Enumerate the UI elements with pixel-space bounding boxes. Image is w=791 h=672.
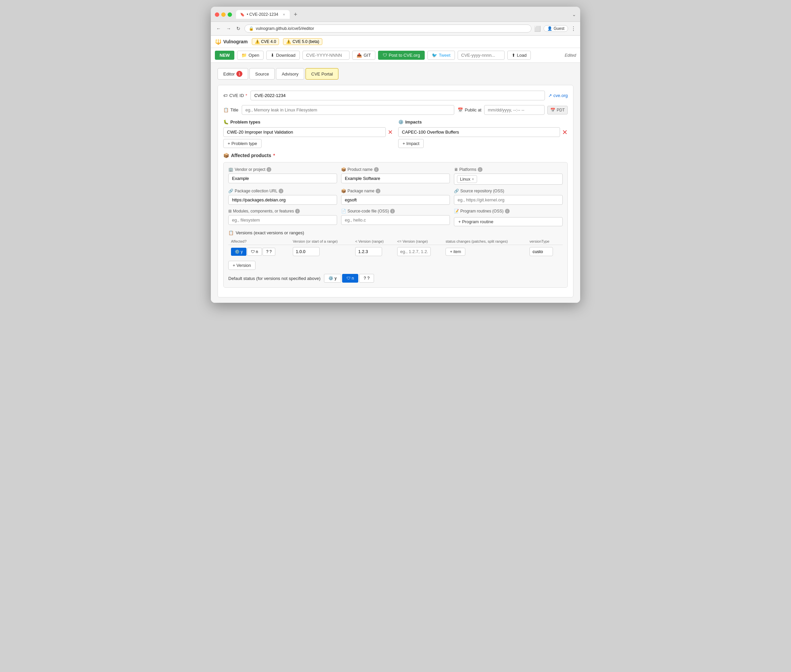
- tab-close-button[interactable]: ×: [282, 13, 286, 16]
- default-y-button[interactable]: ⚙️ y: [324, 274, 341, 283]
- tab-cve-portal[interactable]: CVE Portal: [306, 68, 338, 80]
- cve-org-link[interactable]: ↗ cve.org: [548, 93, 568, 98]
- platforms-field[interactable]: Linux ×: [454, 174, 563, 185]
- git-button[interactable]: 📤 GIT: [352, 51, 375, 60]
- default-q-button[interactable]: ? ?: [359, 274, 374, 283]
- cve-id-input[interactable]: [303, 51, 349, 60]
- pkg-collection-info-icon[interactable]: i: [279, 189, 283, 194]
- toggle-q-button[interactable]: ? ?: [263, 248, 275, 256]
- n-label: n: [256, 250, 258, 254]
- pkg-name-info-icon[interactable]: i: [376, 189, 380, 194]
- program-routines-label: 📝 Program routines (OSS) i: [454, 209, 563, 213]
- minimize-button[interactable]: [221, 13, 226, 17]
- tweet-label: Tweet: [439, 53, 451, 58]
- remove-problem-type-button[interactable]: ✕: [388, 129, 393, 135]
- close-button[interactable]: [215, 13, 219, 17]
- remove-linux-tag[interactable]: ×: [472, 177, 474, 182]
- product-icon: 📦: [341, 167, 346, 172]
- add-version-button[interactable]: + Version: [228, 261, 256, 270]
- problem-types-section: 🐛 Problem types ✕ + Problem type: [223, 120, 393, 148]
- default-q-label: ?: [367, 276, 370, 281]
- vendor-label: 🏢 Vendor or project i: [228, 167, 337, 172]
- modules-info-icon[interactable]: i: [295, 209, 300, 213]
- modules-input[interactable]: [228, 215, 337, 225]
- problem-type-input-row: ✕: [223, 127, 393, 137]
- user-menu[interactable]: 👤 Guest: [544, 25, 568, 32]
- default-y-icon: ⚙️: [328, 276, 333, 281]
- new-tab-button[interactable]: +: [291, 11, 300, 18]
- tab-editor[interactable]: Editor 1: [218, 68, 248, 80]
- problem-impacts-section: 🐛 Problem types ✕ + Problem type ⚙️ Impa…: [223, 120, 568, 148]
- modules-icon: ⊞: [228, 209, 232, 213]
- forward-button[interactable]: →: [225, 25, 232, 32]
- open-button[interactable]: 📁 Open: [237, 51, 264, 60]
- add-impact-button[interactable]: + Impact: [398, 139, 424, 148]
- platforms-icon: 🖥: [454, 167, 458, 172]
- platforms-info-icon[interactable]: i: [478, 167, 482, 172]
- title-input[interactable]: [242, 105, 454, 115]
- source-file-info-icon[interactable]: i: [390, 209, 395, 213]
- cve-id-label: 🏷 CVE ID *: [223, 93, 247, 98]
- versions-icon: 📋: [228, 230, 234, 235]
- external-link-icon: ↗: [548, 93, 552, 98]
- version-type-input[interactable]: [530, 247, 553, 256]
- version-lte-input[interactable]: [397, 247, 431, 256]
- download-button[interactable]: ⬇ Download: [266, 51, 300, 60]
- tab-advisory[interactable]: Advisory: [276, 68, 304, 80]
- tab-more-button[interactable]: ⌄: [572, 12, 576, 17]
- source-file-icon: 📄: [341, 209, 346, 213]
- pkg-name-input[interactable]: [341, 195, 450, 205]
- vendor-input[interactable]: [228, 174, 337, 183]
- program-routines-info-icon[interactable]: i: [505, 209, 510, 213]
- cast-icon[interactable]: ⬜: [534, 26, 541, 32]
- post-button[interactable]: 🛡 Post to CVE.org: [378, 51, 425, 60]
- reload-button[interactable]: ↻: [235, 25, 242, 32]
- add-item-button[interactable]: + item: [445, 248, 465, 256]
- product-input[interactable]: [341, 174, 450, 183]
- affected-products-title: 📦 Affected products *: [223, 153, 568, 158]
- toggle-n-button[interactable]: 🛡 n: [247, 248, 262, 256]
- load-id-input[interactable]: [458, 51, 504, 60]
- impact-input[interactable]: [398, 127, 560, 137]
- product-info-icon[interactable]: i: [374, 167, 379, 172]
- version-end-input[interactable]: [355, 247, 382, 256]
- load-button[interactable]: ⬆ Load: [507, 51, 531, 60]
- toggle-y-button[interactable]: ⚙️ y: [231, 248, 247, 256]
- remove-impact-button[interactable]: ✕: [562, 129, 568, 136]
- source-file-input[interactable]: [341, 215, 450, 225]
- address-field[interactable]: 🔒 vulnogram.github.io/cve5/#editor: [244, 24, 532, 32]
- add-problem-type-button[interactable]: + Problem type: [223, 139, 261, 148]
- default-n-icon: 🛡: [346, 276, 351, 281]
- vendor-field-group: 🏢 Vendor or project i: [228, 167, 337, 185]
- default-n-button[interactable]: 🛡 n: [342, 274, 359, 283]
- version-start-input[interactable]: [293, 247, 320, 256]
- new-button[interactable]: NEW: [215, 51, 234, 60]
- add-program-routine-button[interactable]: + Program routine: [454, 217, 563, 226]
- pkg-collection-label: 🔗 Package collection URL i: [228, 189, 337, 194]
- program-routines-group: 📝 Program routines (OSS) i + Program rou…: [454, 209, 563, 226]
- problem-type-input[interactable]: [223, 127, 386, 137]
- source-file-group: 📄 Source-code file (OSS) i: [341, 209, 450, 226]
- calendar-label-icon: 📅: [458, 107, 463, 112]
- tab-source[interactable]: Source: [250, 68, 275, 80]
- cve50-badge[interactable]: ⚠️ CVE 5.0 (beta): [283, 38, 322, 45]
- vendor-icon: 🏢: [228, 167, 233, 172]
- cve-portal-tab-label: CVE Portal: [311, 72, 333, 77]
- cve-id-value-input[interactable]: [250, 91, 545, 100]
- tweet-button[interactable]: 🐦 Tweet: [428, 51, 455, 60]
- tab-favicon: 🔖: [240, 13, 245, 17]
- cve40-badge[interactable]: ⚠️ CVE 4.0: [252, 38, 279, 45]
- user-label: Guest: [554, 26, 564, 31]
- source-repo-input[interactable]: [454, 195, 563, 205]
- table-row: ⚙️ y 🛡 n ?: [228, 245, 563, 258]
- fullscreen-button[interactable]: [227, 13, 232, 17]
- back-button[interactable]: ←: [215, 25, 222, 32]
- pkg-collection-input[interactable]: [228, 195, 337, 205]
- browser-menu-button[interactable]: ⋮: [571, 26, 576, 32]
- vendor-info-icon[interactable]: i: [267, 167, 271, 172]
- datetime-input[interactable]: [484, 105, 544, 115]
- source-tab-label: Source: [255, 72, 269, 77]
- browser-tab-active[interactable]: 🔖 • CVE-2022-1234 ×: [236, 10, 290, 19]
- user-icon: 👤: [547, 26, 552, 31]
- timezone-badge: 📅 PDT: [547, 106, 568, 114]
